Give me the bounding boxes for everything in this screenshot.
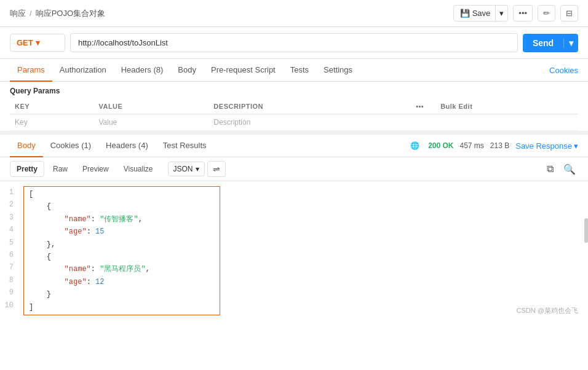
code-line-2: { [24,200,220,213]
url-input[interactable] [70,33,518,52]
line-num-3: 3 [2,211,14,224]
params-table: KEY VALUE DESCRIPTION ••• Bulk Edit Key … [10,99,578,131]
actions-cell [411,114,435,131]
tab-body[interactable]: Body [170,59,204,82]
code-line-6: { [24,251,220,263]
top-bar: 响应 / 响应POJO集合对象 💾 Save ▾ ••• ✏ ⊟ [0,0,588,27]
globe-icon: 🌐 [410,141,419,150]
more-button[interactable]: ••• [513,5,533,22]
col-bulk-edit[interactable]: Bulk Edit [435,99,578,114]
col-actions: ••• [411,99,435,114]
line-num-5: 5 [2,237,14,249]
status-time: 457 ms [460,141,484,150]
code-content: [ { "name": "传智播客", "age": 15 }, { "name… [18,186,588,315]
resp-tab-headers[interactable]: Headers (4) [98,135,156,157]
save-chevron[interactable]: ▾ [495,6,507,21]
format-tab-visualize[interactable]: Visualize [117,162,159,176]
format-tab-raw[interactable]: Raw [47,162,74,176]
view-button[interactable]: ⊟ [560,5,578,22]
breadcrumb-separator: / [30,9,32,18]
view-icon: ⊟ [566,9,573,18]
response-status-area: 🌐 200 OK 457 ms 213 B Save Response ▾ [410,141,578,151]
table-row: Key Value Description [10,114,578,131]
send-chevron[interactable]: ▾ [563,38,578,48]
json-format-chevron: ▾ [196,165,199,173]
copy-icon: ⧉ [547,163,554,174]
search-icon: 🔍 [563,164,576,175]
resp-tab-body[interactable]: Body [10,135,43,157]
cookies-link[interactable]: Cookies [549,60,578,81]
tab-settings[interactable]: Settings [316,59,360,82]
key-cell[interactable]: Key [10,114,93,131]
response-tabs-bar: Body Cookies (1) Headers (4) Test Result… [0,135,588,157]
line-numbers: 1 2 3 4 5 6 7 8 9 10 [0,186,18,315]
wrap-icon: ⇌ [213,164,220,174]
method-label: GET [17,38,33,47]
line-num-6: 6 [2,249,14,261]
resp-format-actions: ⧉ 🔍 [544,162,578,176]
line-num-4: 4 [2,224,14,236]
tab-headers[interactable]: Headers (8) [114,59,171,82]
code-line-4: "age": 15 [24,226,220,238]
resp-tab-test-results[interactable]: Test Results [156,135,214,157]
code-line-5: }, [24,238,220,251]
value-cell[interactable]: Value [93,114,209,131]
copy-button[interactable]: ⧉ [544,162,556,176]
format-tab-preview[interactable]: Preview [76,162,115,176]
json-format-select[interactable]: JSON ▾ [168,162,205,176]
breadcrumb-part1: 响应 [10,8,26,19]
status-badge: 200 OK [428,141,453,150]
tab-authorization[interactable]: Authorization [52,59,114,82]
code-box: [ { "name": "传智播客", "age": 15 }, { "name… [23,186,220,315]
line-num-7: 7 [2,261,14,274]
line-num-10: 10 [2,299,14,312]
code-line-1: [ [24,188,220,200]
col-description: DESCRIPTION [209,99,411,114]
watermark: CSDN @菜鸡也会飞 [517,306,578,315]
line-num-8: 8 [2,274,14,286]
code-line-8: "age": 12 [24,276,220,288]
save-icon: 💾 [460,9,470,18]
status-size: 213 B [490,141,509,150]
top-bar-actions: 💾 Save ▾ ••• ✏ ⊟ [453,5,578,22]
code-line-3: "name": "传智播客", [24,213,220,226]
scrollbar[interactable] [584,218,588,243]
wrap-button[interactable]: ⇌ [207,161,226,177]
code-line-7: "name": "黑马程序员", [24,263,220,275]
json-format-label: JSON [173,165,193,173]
send-button[interactable]: Send ▾ [523,34,578,52]
tab-pre-request[interactable]: Pre-request Script [204,59,283,82]
code-area: 1 2 3 4 5 6 7 8 9 10 [ { "name": "传智播客",… [0,181,588,320]
save-response-label: Save Response [515,141,572,151]
request-tabs: Params Authorization Headers (8) Body Pr… [0,59,588,82]
format-tab-pretty[interactable]: Pretty [10,161,44,177]
tab-tests[interactable]: Tests [283,59,316,82]
send-label: Send [523,38,563,48]
col-value: VALUE [93,99,209,114]
code-line-10: ] [24,301,220,313]
code-line-9: } [24,288,220,301]
col-key: KEY [10,99,93,114]
query-params-section: Query Params KEY VALUE DESCRIPTION ••• B… [0,82,588,131]
method-select[interactable]: GET ▾ [10,34,65,52]
save-button[interactable]: 💾 Save ▾ [453,5,509,22]
save-label: Save [472,9,491,18]
edit-icon: ✏ [543,9,550,18]
url-bar: GET ▾ Send ▾ [0,27,588,59]
edit-button[interactable]: ✏ [538,5,555,22]
breadcrumb: 响应 / 响应POJO集合对象 [10,8,105,19]
search-button[interactable]: 🔍 [561,162,578,176]
line-num-9: 9 [2,286,14,299]
query-params-label: Query Params [10,87,578,95]
response-format-bar: Pretty Raw Preview Visualize JSON ▾ ⇌ ⧉ … [0,157,588,181]
save-response-button[interactable]: Save Response ▾ [515,141,578,151]
save-response-chevron: ▾ [574,141,578,151]
tab-params[interactable]: Params [10,59,52,82]
line-num-1: 1 [2,186,14,199]
description-cell[interactable]: Description [209,114,411,131]
breadcrumb-part2: 响应POJO集合对象 [36,8,105,19]
bulk-edit-cell [435,114,578,131]
line-num-2: 2 [2,199,14,211]
resp-tab-cookies[interactable]: Cookies (1) [43,135,98,157]
method-chevron: ▾ [36,38,40,47]
